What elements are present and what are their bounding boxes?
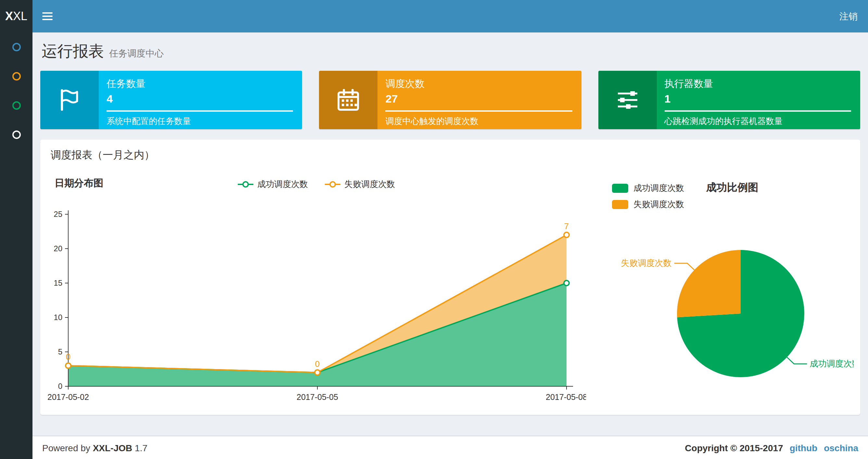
info-box-description: 心跳检测成功的执行器机器数量: [664, 116, 851, 127]
info-box-number: 4: [106, 93, 293, 106]
legend-item-fail[interactable]: 失败调度次数: [325, 178, 395, 190]
circle-icon: [12, 131, 21, 139]
svg-text:7: 7: [564, 221, 569, 231]
info-box-title: 任务数量: [106, 78, 293, 90]
svg-text:15: 15: [54, 278, 62, 287]
svg-text:2017-05-02: 2017-05-02: [48, 392, 89, 401]
svg-text:成功调度次数: 成功调度次数: [809, 359, 854, 368]
legend-swatch: [612, 184, 628, 193]
legend-label: 成功调度次数: [633, 183, 684, 194]
pie-chart-title: 成功比例图: [706, 181, 758, 195]
legend-item-success[interactable]: 成功调度次数: [238, 178, 308, 190]
svg-text:0: 0: [315, 359, 320, 369]
logout-link[interactable]: 注销: [829, 0, 868, 32]
svg-text:2017-05-05: 2017-05-05: [297, 392, 338, 401]
svg-text:5: 5: [58, 347, 62, 356]
info-box-description: 调度中心触发的调度次数: [385, 116, 572, 127]
svg-text:2017-05-08: 2017-05-08: [546, 392, 586, 401]
legend-swatch: [612, 200, 628, 209]
panel-title: 调度报表（一月之内）: [40, 139, 860, 164]
svg-text:20: 20: [54, 244, 62, 253]
date-distribution-chart: 日期分布图 成功调度次数 失败调度次数 05101520252017-05-02…: [47, 169, 586, 411]
logo-bold-text: X: [5, 10, 13, 23]
circle-icon: [12, 72, 21, 80]
circle-icon: [12, 43, 21, 51]
line-chart-title: 日期分布图: [55, 177, 103, 190]
page-title: 运行报表: [41, 42, 104, 60]
logo-rest-text: XL: [13, 10, 27, 23]
divider: [664, 110, 851, 112]
legend-label: 失败调度次数: [344, 178, 395, 190]
info-box-triggers: 调度次数 27 调度中心触发的调度次数: [319, 71, 582, 129]
top-navbar: XXL 注销: [0, 0, 868, 32]
legend-item-success[interactable]: 成功调度次数: [612, 183, 684, 194]
github-link[interactable]: github: [790, 442, 818, 453]
svg-text:0: 0: [58, 382, 62, 391]
sidebar-item-running-report[interactable]: [0, 32, 32, 62]
svg-text:10: 10: [54, 313, 62, 322]
legend-line-marker: [238, 184, 253, 185]
info-box-description: 系统中配置的任务数量: [106, 116, 293, 127]
app-window: XXL 注销 运行报表任务调度中心: [0, 0, 868, 459]
copyright-text: Copyright © 2015-2017: [685, 442, 783, 453]
sidebar-item-executor-manage[interactable]: [0, 120, 32, 149]
info-box-jobs: 任务数量 4 系统中配置的任务数量: [40, 71, 303, 129]
svg-text:0: 0: [66, 352, 70, 362]
flag-icon: [40, 71, 99, 129]
app-version: 1.7: [135, 442, 148, 453]
app-logo[interactable]: XXL: [0, 0, 32, 32]
footer: Powered by XXL-JOB 1.7 Copyright © 2015-…: [32, 436, 868, 459]
info-box-number: 27: [385, 93, 572, 106]
content-area: 运行报表任务调度中心 任务数量 4 系统中配置的任务数量: [32, 32, 868, 436]
sidebar: [0, 32, 32, 459]
sidebar-toggle-button[interactable]: [32, 0, 62, 32]
calendar-icon: [319, 71, 378, 129]
info-box-title: 调度次数: [385, 78, 572, 90]
legend-line-marker: [325, 184, 340, 185]
svg-text:25: 25: [54, 210, 62, 219]
legend-label: 失败调度次数: [633, 199, 684, 210]
divider: [106, 110, 293, 112]
line-chart-legend: 成功调度次数 失败调度次数: [238, 178, 395, 190]
legend-item-fail[interactable]: 失败调度次数: [612, 199, 684, 210]
success-ratio-chart: 成功调度次数 失败调度次数 成功比例图 成功调度次数失败调度次数: [586, 169, 854, 411]
page-header: 运行报表任务调度中心: [32, 32, 868, 69]
info-box-title: 执行器数量: [664, 78, 851, 90]
oschina-link[interactable]: oschina: [824, 442, 858, 453]
powered-by-text: Powered by XXL-JOB 1.7: [42, 442, 148, 453]
app-name: XXL-JOB: [93, 442, 132, 453]
pie-chart-legend: 成功调度次数 失败调度次数: [612, 183, 684, 215]
date-distribution-plot: 05101520252017-05-022017-05-052017-05-08…: [47, 169, 586, 411]
divider: [385, 110, 572, 112]
sidebar-item-job-manage[interactable]: [0, 62, 32, 91]
sidebar-item-job-log[interactable]: [0, 91, 32, 120]
legend-label: 成功调度次数: [257, 178, 308, 190]
circle-icon: [12, 101, 21, 110]
info-boxes-row: 任务数量 4 系统中配置的任务数量: [32, 69, 868, 129]
schedule-report-panel: 调度报表（一月之内） 日期分布图 成功调度次数 失败调度次数: [40, 139, 860, 415]
info-box-executors: 执行器数量 1 心跳检测成功的执行器机器数量: [598, 71, 860, 129]
sliders-icon: [598, 71, 656, 129]
svg-text:失败调度次数: 失败调度次数: [621, 258, 672, 268]
page-subtitle: 任务调度中心: [109, 48, 164, 59]
info-box-number: 1: [664, 93, 851, 106]
hamburger-icon: [42, 12, 52, 13]
